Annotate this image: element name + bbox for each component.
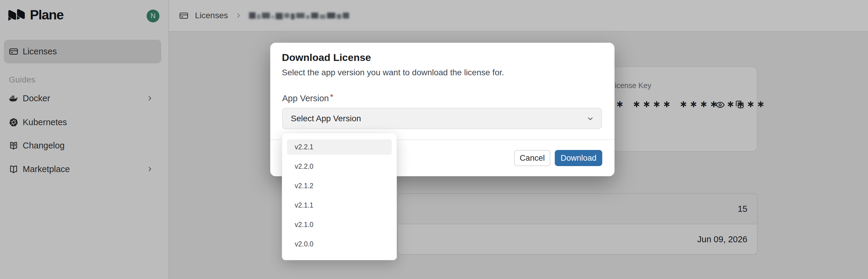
app-version-dropdown: v2.2.1 v2.2.0 v2.1.2 v2.1.1 v2.1.0 v2.0.… (282, 133, 397, 260)
dropdown-option[interactable]: v2.1.1 (287, 197, 392, 213)
app-version-select[interactable]: Select App Version (282, 108, 602, 129)
modal-subtitle: Select the app version you want to downl… (282, 68, 504, 78)
dropdown-option[interactable]: v2.2.0 (287, 159, 392, 174)
app-root: Plane N Licenses Guides Doc (0, 0, 868, 279)
modal-title: Download License (282, 52, 371, 63)
download-button[interactable]: Download (555, 150, 602, 166)
dropdown-option[interactable]: v2.2.1 (287, 139, 392, 155)
cancel-button[interactable]: Cancel (514, 150, 550, 166)
field-label-text: App Version (282, 93, 329, 103)
dropdown-option[interactable]: v2.1.0 (287, 217, 392, 232)
dropdown-option[interactable]: v2.1.2 (287, 178, 392, 193)
dropdown-option[interactable]: v2.0.0 (287, 236, 392, 252)
chevron-down-icon (586, 115, 594, 122)
required-asterisk: * (330, 93, 333, 101)
select-placeholder: Select App Version (291, 114, 361, 123)
app-version-field-label: App Version* (282, 93, 333, 103)
download-button-label: Download (560, 154, 596, 163)
cancel-button-label: Cancel (520, 154, 545, 163)
